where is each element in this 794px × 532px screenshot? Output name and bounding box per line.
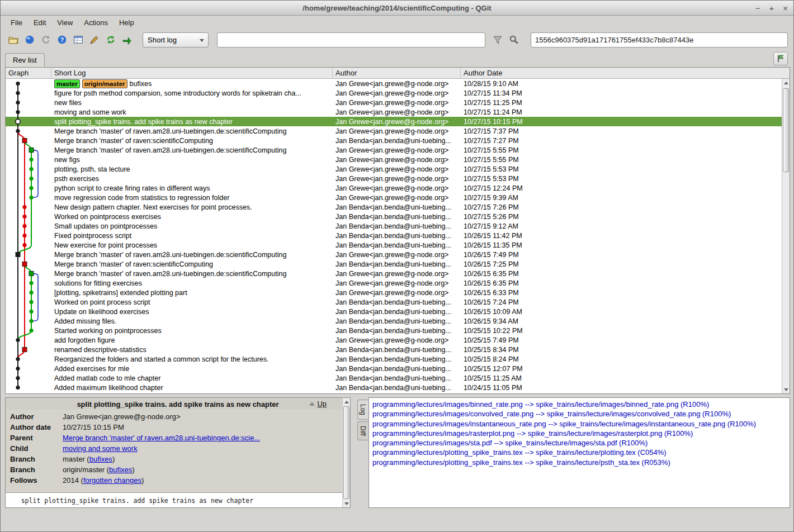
table-row[interactable]: Merge branch 'master' of raven.am28.uni-… bbox=[6, 250, 790, 259]
table-row[interactable]: New exercise for point processesJan Bend… bbox=[6, 240, 790, 250]
shortlog-cell: Added maximum likelihood chapter bbox=[51, 384, 333, 392]
table-row[interactable]: moving and some workJan Grewe<jan.grewe@… bbox=[6, 107, 790, 117]
detail-link[interactable]: bufixes bbox=[109, 466, 132, 474]
column-header-short-log[interactable]: Short Log bbox=[51, 68, 333, 78]
filter-input[interactable] bbox=[217, 32, 485, 48]
sync-button[interactable] bbox=[120, 32, 134, 47]
table-row[interactable]: move regression code from statistics to … bbox=[6, 193, 790, 202]
menu-help[interactable]: Help bbox=[114, 17, 140, 28]
file-change-link[interactable]: programming/lectures/plotting_spike_trai… bbox=[372, 448, 786, 457]
column-header-graph[interactable]: Graph bbox=[6, 68, 51, 78]
view-mode-select[interactable]: Short log bbox=[143, 32, 209, 48]
table-row[interactable]: Update on likelihood exercisesJan Benda<… bbox=[6, 307, 790, 316]
reload-button[interactable] bbox=[39, 32, 53, 47]
column-header-author-date[interactable]: Author Date bbox=[461, 68, 790, 78]
table-row[interactable]: Small updates on pointprocessesJan Benda… bbox=[6, 221, 790, 231]
refresh-button[interactable] bbox=[103, 32, 118, 47]
shortlog-cell: figure for psth method comparsion, some … bbox=[51, 89, 333, 97]
file-change-link[interactable]: programming/lectures/images/rasterplot.p… bbox=[372, 429, 786, 438]
edit-button[interactable] bbox=[87, 32, 102, 47]
open-folder-icon bbox=[8, 35, 18, 45]
date-cell: 10/26/15 9:34 AM bbox=[461, 317, 790, 325]
table-row[interactable]: Fixed pointprocess scriptJan Benda<jan.b… bbox=[6, 231, 790, 240]
sha-input[interactable] bbox=[531, 32, 788, 48]
file-change-link[interactable]: programming/lectures/plotting_spike_trai… bbox=[372, 458, 786, 467]
file-change-link[interactable]: programming/lectures/images/convolved_ra… bbox=[372, 409, 786, 419]
table-row[interactable]: Started working on pointprocessesJan Ben… bbox=[6, 326, 790, 335]
up-button[interactable]: Up bbox=[306, 399, 330, 408]
scrollbar-thumb[interactable] bbox=[783, 88, 789, 172]
table-row[interactable]: Merge branch 'master' of raven:scientifi… bbox=[6, 136, 790, 145]
details-scroll-up[interactable] bbox=[343, 398, 351, 406]
tab-rev-list[interactable]: Rev list bbox=[5, 53, 45, 67]
author-cell: Jan Benda<jan.benda@uni-tuebing... bbox=[333, 260, 461, 268]
scroll-up-arrow[interactable] bbox=[782, 79, 790, 87]
table-row[interactable]: New design pattern chapter. Next exercis… bbox=[6, 202, 790, 212]
globe-button[interactable] bbox=[22, 32, 37, 47]
side-tab-diff[interactable]: Diff bbox=[357, 421, 368, 440]
table-row[interactable]: new figsJan Grewe<jan.grewe@g-node.org>1… bbox=[6, 155, 790, 164]
file-change-link[interactable]: programming/lectures/images/binned_rate.… bbox=[372, 400, 786, 409]
table-view-icon bbox=[73, 35, 83, 45]
table-row[interactable]: Added missing files.Jan Benda<jan.benda@… bbox=[6, 316, 790, 326]
table-row[interactable]: Merge branch 'master' of raven:scientifi… bbox=[6, 259, 790, 269]
shortlog-cell: Merge branch 'master' of raven.am28.uni-… bbox=[51, 270, 333, 278]
detail-link[interactable]: Merge branch 'master' of raven.am28.uni-… bbox=[63, 434, 260, 442]
detail-link[interactable]: forgotten changes bbox=[83, 476, 141, 484]
table-row[interactable]: Merge branch 'master' of raven.am28.uni-… bbox=[6, 126, 790, 136]
table-row[interactable]: Reorganized the folders and started a co… bbox=[6, 354, 790, 364]
shortlog-cell: Merge branch 'master' of raven:scientifi… bbox=[51, 137, 333, 145]
highlight-button[interactable] bbox=[507, 32, 521, 47]
table-row[interactable]: psth exercisesJan Grewe<jan.grewe@g-node… bbox=[6, 174, 790, 183]
detail-link[interactable]: moving and some work bbox=[63, 444, 138, 453]
help-button[interactable]: ? bbox=[55, 32, 69, 47]
file-change-link[interactable]: programming/lectures/images/sta.pdf --> … bbox=[372, 438, 786, 448]
details-scrollbar-thumb[interactable] bbox=[343, 406, 349, 499]
menu-actions[interactable]: Actions bbox=[78, 17, 114, 28]
table-row[interactable]: split plotting_spike trains. add spike t… bbox=[6, 117, 790, 126]
table-row[interactable]: Merge branch 'master' of raven.am28.uni-… bbox=[6, 145, 790, 155]
detail-label: Author date bbox=[10, 423, 63, 431]
table-row[interactable]: figure for psth method comparsion, some … bbox=[6, 88, 790, 98]
side-tab-log[interactable]: Log bbox=[357, 400, 368, 420]
table-row[interactable]: python script to create firing rates in … bbox=[6, 183, 790, 193]
shortlog-text: Merge branch 'master' of raven.am28.uni-… bbox=[54, 251, 286, 259]
table-row[interactable]: Added exercises for mleJan Benda<jan.ben… bbox=[6, 364, 790, 373]
table-row[interactable]: Worked on pointprocess exercisesJan Bend… bbox=[6, 212, 790, 221]
filter-button[interactable] bbox=[490, 32, 505, 47]
open-folder-button[interactable] bbox=[6, 32, 21, 47]
toggle-view-button[interactable] bbox=[773, 52, 788, 65]
menu-view[interactable]: View bbox=[51, 17, 78, 28]
table-row[interactable]: Added maximum likelihood chapterJan Bend… bbox=[6, 383, 790, 392]
table-row[interactable]: new filesJan Grewe<jan.grewe@g-node.org>… bbox=[6, 98, 790, 107]
author-cell: Jan Grewe<jan.grewe@g-node.org> bbox=[333, 99, 461, 107]
date-cell: 10/27/15 11:25 PM bbox=[461, 99, 790, 107]
table-row[interactable]: Added matlab code to mle chapterJan Bend… bbox=[6, 373, 790, 383]
graph-cell bbox=[6, 364, 51, 373]
table-row[interactable]: add forgotten figureJan Grewe<jan.grewe@… bbox=[6, 335, 790, 345]
maximize-button[interactable]: + bbox=[769, 4, 774, 12]
table-view-button[interactable] bbox=[71, 32, 86, 47]
detail-link[interactable]: bufixes bbox=[89, 455, 112, 463]
table-row[interactable]: Worked on point process scriptJan Benda<… bbox=[6, 297, 790, 307]
table-row[interactable]: plotting, psth, sta lectureJan Grewe<jan… bbox=[6, 164, 790, 174]
table-row[interactable]: masterorigin/masterbufixesJan Grewe<jan.… bbox=[6, 79, 790, 88]
window-title: /home/grewe/teaching/2014/scientificComp… bbox=[303, 4, 491, 12]
table-row[interactable]: Merge branch 'master' of raven.am28.uni-… bbox=[6, 269, 790, 278]
scroll-down-arrow[interactable] bbox=[782, 386, 790, 393]
shortlog-cell: psth exercises bbox=[51, 175, 333, 183]
side-tabs: LogDiff bbox=[357, 397, 368, 508]
table-row[interactable]: solutions for fitting exercisesJan Grewe… bbox=[6, 278, 790, 288]
minimize-button[interactable]: − bbox=[755, 4, 760, 12]
close-button[interactable]: × bbox=[783, 4, 788, 12]
menu-edit[interactable]: Edit bbox=[28, 17, 51, 28]
file-change-link[interactable]: programming/lectures/images/instantaneou… bbox=[372, 419, 786, 429]
author-cell: Jan Grewe<jan.grewe@g-node.org> bbox=[333, 80, 461, 88]
panel-splitter[interactable] bbox=[351, 397, 357, 508]
author-cell: Jan Benda<jan.benda@uni-tuebing... bbox=[333, 137, 461, 145]
column-header-author[interactable]: Author bbox=[333, 68, 461, 78]
menu-file[interactable]: File bbox=[5, 17, 28, 28]
details-scroll-down[interactable] bbox=[343, 500, 351, 507]
table-row[interactable]: [plotting, spiketrains] extended plottin… bbox=[6, 288, 790, 297]
table-row[interactable]: renamed descriptive-statisticsJan Benda<… bbox=[6, 345, 790, 354]
